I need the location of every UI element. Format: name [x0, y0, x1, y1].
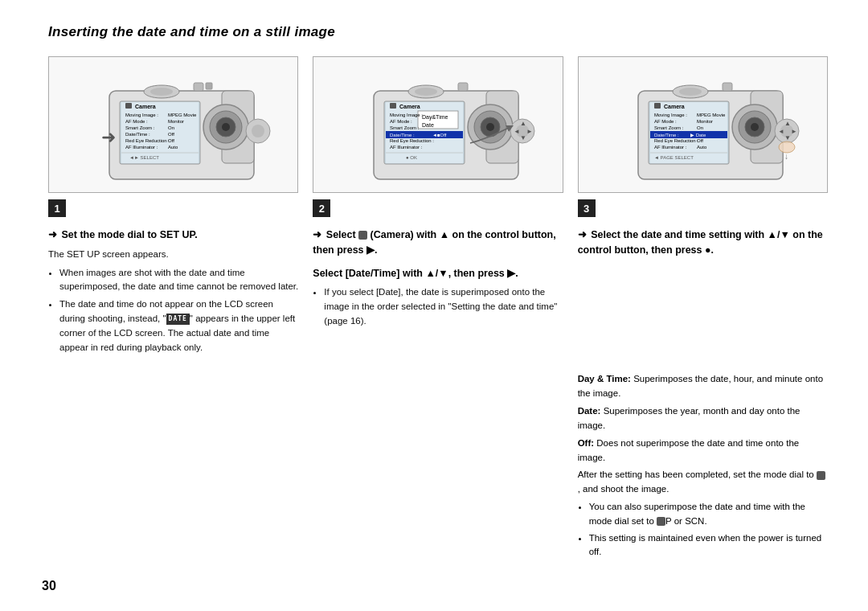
svg-text:Camera: Camera — [664, 104, 685, 109]
bottom-col-2 — [313, 372, 563, 562]
step-3-instruction: ➜ Select the date and time setting with … — [578, 228, 828, 258]
step-2-bullets: If you select [Date], the date is superi… — [324, 285, 563, 328]
svg-text:Day&Time: Day&Time — [422, 114, 448, 121]
svg-text:AF Illuminator :: AF Illuminator : — [654, 145, 687, 150]
svg-rect-8 — [121, 102, 199, 111]
step-1-bullet-1: When images are shot with the date and t… — [59, 266, 298, 295]
bottom-bullets: You can also superimpose the date and ti… — [589, 500, 828, 560]
svg-text:Camera: Camera — [135, 104, 156, 109]
svg-text:Smart Zoom :: Smart Zoom : — [654, 125, 684, 130]
page-title: Inserting the date and time on a still i… — [48, 24, 828, 40]
date-text: Superimposes the year, month and day ont… — [578, 406, 800, 430]
svg-text:AF Mode :: AF Mode : — [125, 119, 148, 124]
step-2-col: Camera Day&Time Date Moving Image : AF M… — [313, 56, 563, 358]
step-3-badge: 3 — [578, 199, 596, 217]
step-1-body: The SET UP screen appears. When images a… — [48, 248, 298, 359]
svg-text:Smart Zoom :: Smart Zoom : — [390, 125, 420, 130]
page: Inserting the date and time on a still i… — [0, 0, 868, 611]
svg-rect-91 — [723, 83, 732, 91]
page-number: 30 — [42, 579, 56, 593]
step-1-instruction: ➜ Set the mode dial to SET UP. — [48, 228, 298, 243]
step-1-instruction-text: Set the mode dial to SET UP. — [61, 229, 197, 240]
svg-text:Red Eye Reduction :: Red Eye Reduction : — [654, 138, 698, 143]
steps-row: Camera Moving Image : MPEG Movie AF Mode… — [48, 56, 828, 358]
svg-text:Monitor: Monitor — [168, 119, 184, 124]
off-text: Does not superimpose the date and time o… — [578, 438, 800, 462]
svg-text:►: ► — [791, 128, 797, 135]
step-2-body: If you select [Date], the date is superi… — [313, 285, 563, 331]
bottom-row: Day & Time: Superimposes the date, hour,… — [48, 372, 828, 562]
off-label: Off: — [578, 438, 594, 448]
step-3-col: Camera Moving Image : MPEG Movie AF Mode… — [578, 56, 828, 358]
svg-text:◄■Off: ◄■Off — [432, 133, 447, 137]
after-text: After the setting has been completed, se… — [578, 468, 828, 497]
step-1-intro: The SET UP screen appears. — [48, 248, 298, 262]
step-1-col: Camera Moving Image : MPEG Movie AF Mode… — [48, 56, 298, 358]
camera-svg-1: Camera Moving Image : MPEG Movie AF Mode… — [65, 63, 282, 187]
svg-text:Off: Off — [168, 132, 174, 137]
svg-text:Date/Time :: Date/Time : — [654, 133, 679, 137]
camera-svg-2: Camera Day&Time Date Moving Image : AF M… — [330, 63, 547, 187]
step-2-bullet-1: If you select [Date], the date is superi… — [324, 285, 563, 328]
svg-text:▶ Date: ▶ Date — [690, 133, 706, 137]
svg-text:Camera: Camera — [399, 104, 420, 109]
step-2-instruction: ➜ Select (Camera) with ▲ on the control … — [313, 228, 563, 258]
svg-text:AF Mode :: AF Mode : — [654, 119, 677, 124]
svg-rect-73 — [654, 103, 661, 109]
svg-rect-27 — [194, 83, 203, 91]
svg-point-26 — [150, 88, 173, 96]
step-1-camera-diagram: Camera Moving Image : MPEG Movie AF Mode… — [48, 56, 298, 193]
bottom-bullet-1: You can also superimpose the date and ti… — [589, 500, 828, 529]
svg-text:▲: ▲ — [520, 120, 526, 127]
date-item: Date: Superimposes the year, month and d… — [578, 404, 828, 433]
step-2-instruction-b: Select [Date/Time] with ▲/▼, then press … — [313, 266, 563, 281]
svg-text:AF Mode :: AF Mode : — [390, 119, 412, 124]
svg-text:AF Illuminator :: AF Illuminator : — [390, 145, 423, 150]
svg-text:▼: ▼ — [784, 134, 791, 141]
svg-text:Off: Off — [697, 138, 703, 143]
svg-rect-28 — [206, 83, 212, 89]
svg-text:● OK: ● OK — [406, 155, 417, 160]
svg-point-98 — [779, 141, 795, 153]
svg-point-90 — [679, 88, 702, 96]
svg-point-5 — [222, 123, 230, 131]
step-2-camera-diagram: Camera Day&Time Date Moving Image : AF M… — [313, 56, 563, 193]
svg-rect-57 — [458, 83, 468, 91]
step-1-arrow: ➜ — [48, 229, 57, 240]
svg-text:Date: Date — [422, 122, 434, 128]
svg-text:◄: ◄ — [514, 128, 520, 135]
step-1-bullets: When images are shot with the date and t… — [59, 266, 298, 355]
camera-svg-3: Camera Moving Image : MPEG Movie AF Mode… — [594, 63, 811, 187]
svg-point-56 — [415, 88, 437, 96]
step-3-camera-diagram: Camera Moving Image : MPEG Movie AF Mode… — [578, 56, 828, 193]
svg-text:Auto: Auto — [697, 145, 707, 150]
svg-point-69 — [751, 123, 759, 131]
svg-text:On: On — [697, 125, 703, 130]
date-badge: DATE — [166, 314, 190, 325]
svg-rect-10 — [125, 103, 132, 109]
day-time-label: Day & Time: — [578, 374, 631, 383]
svg-text:Date/Time :: Date/Time : — [390, 133, 415, 137]
bottom-col-1 — [48, 372, 298, 562]
svg-text:◄► SELECT: ◄► SELECT — [129, 155, 159, 160]
svg-text:Red Eye Reduction :: Red Eye Reduction : — [125, 138, 170, 143]
bottom-col-3: Day & Time: Superimposes the date, hour,… — [578, 372, 828, 562]
svg-point-37 — [486, 123, 494, 131]
svg-text:AF Illuminator :: AF Illuminator : — [125, 145, 158, 150]
svg-text:MPEG Movie: MPEG Movie — [697, 113, 726, 117]
svg-text:➜: ➜ — [101, 127, 116, 147]
svg-text:Moving Image :: Moving Image : — [125, 113, 158, 117]
bottom-bullet-2: This setting is maintained even when the… — [589, 531, 828, 560]
svg-text:Auto: Auto — [168, 145, 178, 150]
svg-text:Red Eye Reduction :: Red Eye Reduction : — [390, 138, 434, 143]
svg-point-30 — [252, 125, 264, 137]
svg-text:Moving Image :: Moving Image : — [654, 113, 687, 117]
svg-text:►: ► — [526, 128, 533, 135]
step-2-instruction-text: Select (Camera) with ▲ on the control bu… — [313, 229, 555, 256]
svg-rect-41 — [390, 103, 396, 109]
svg-text:Monitor: Monitor — [697, 119, 713, 124]
svg-text:Smart Zoom :: Smart Zoom : — [125, 125, 155, 130]
svg-text:▼: ▼ — [520, 134, 526, 141]
svg-text:On: On — [168, 125, 174, 130]
step-1-bullet-2: The date and time do not appear on the L… — [59, 297, 298, 355]
